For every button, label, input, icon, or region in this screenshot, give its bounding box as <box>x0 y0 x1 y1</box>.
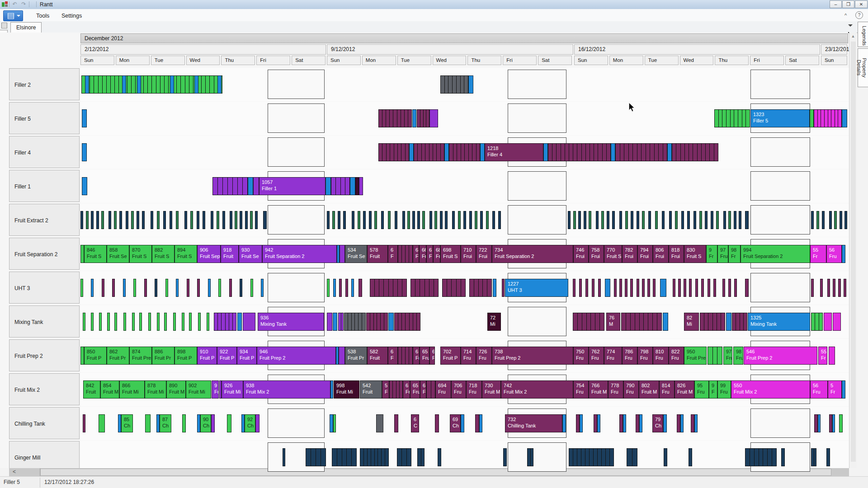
task-tick[interactable] <box>86 211 89 229</box>
task-bar[interactable]: 98Fru <box>733 347 743 365</box>
task-bar[interactable]: 902Fruit Mi <box>186 380 211 399</box>
task-tick[interactable] <box>573 279 576 297</box>
task-tick[interactable] <box>348 313 351 330</box>
task-bar[interactable] <box>339 347 345 365</box>
task-bar[interactable] <box>726 313 731 331</box>
task-cluster[interactable] <box>332 448 357 466</box>
task-tick[interactable] <box>431 381 435 398</box>
task-cluster[interactable] <box>664 448 669 466</box>
task-tick[interactable] <box>131 211 134 229</box>
task-bar[interactable] <box>355 177 359 195</box>
task-cluster[interactable] <box>397 448 411 466</box>
task-tick[interactable] <box>398 347 401 364</box>
task-tick[interactable] <box>745 211 749 229</box>
task-bar[interactable]: 862Fruit Pr <box>107 347 129 365</box>
task-bar[interactable] <box>145 414 151 432</box>
task-cluster[interactable] <box>417 109 429 127</box>
task-tick[interactable] <box>359 279 362 297</box>
task-tick[interactable] <box>374 313 377 330</box>
task-cluster[interactable] <box>211 211 225 229</box>
task-bar[interactable]: 710Frui <box>461 245 476 263</box>
task-bar[interactable] <box>562 414 566 432</box>
task-tick[interactable] <box>452 211 455 229</box>
task-bar[interactable] <box>248 177 253 195</box>
task-tick[interactable] <box>197 211 199 229</box>
task-bar[interactable]: 858Fruit Se <box>107 245 129 263</box>
horizontal-scrollbar[interactable]: < <box>9 468 849 476</box>
task-tick[interactable] <box>164 313 167 331</box>
task-bar[interactable]: 754Fru <box>573 380 589 399</box>
task-bar[interactable]: 6C <box>411 414 419 432</box>
task-bar[interactable] <box>444 143 449 161</box>
task-tick[interactable] <box>238 178 242 195</box>
task-bar[interactable] <box>829 347 835 365</box>
task-cluster[interactable] <box>615 143 667 161</box>
day-header-cell[interactable]: Sun <box>327 56 361 65</box>
task-tick[interactable] <box>433 144 436 161</box>
task-bar[interactable]: 85Ch <box>121 414 133 432</box>
task-tick[interactable] <box>182 313 184 331</box>
task-tick[interactable] <box>569 449 573 466</box>
collapse-ribbon-icon[interactable]: ^ <box>844 13 847 18</box>
task-bar[interactable] <box>83 414 85 432</box>
task-tick[interactable] <box>646 144 650 161</box>
task-tick[interactable] <box>189 313 192 331</box>
task-tick[interactable] <box>402 211 405 229</box>
task-tick[interactable] <box>594 144 598 161</box>
task-tick[interactable] <box>397 110 401 127</box>
task-tick[interactable] <box>811 279 814 297</box>
row-label[interactable]: Fruit Extract 2 <box>9 204 80 236</box>
task-tick[interactable] <box>664 448 667 466</box>
task-tick[interactable] <box>728 211 731 229</box>
task-bar[interactable]: 882Fruit S <box>152 245 175 263</box>
task-tick[interactable] <box>338 211 340 229</box>
task-tick[interactable] <box>637 144 642 161</box>
day-header-cell[interactable]: Wed <box>433 56 467 65</box>
task-cluster[interactable] <box>212 177 248 195</box>
task-tick[interactable] <box>838 279 841 297</box>
task-cluster[interactable] <box>83 313 110 331</box>
task-tick[interactable] <box>393 110 396 127</box>
task-tick[interactable] <box>503 448 507 466</box>
task-bar[interactable] <box>435 414 439 432</box>
task-tick[interactable] <box>441 144 444 161</box>
task-tick[interactable] <box>713 347 717 364</box>
undo-icon[interactable]: ↶ <box>11 1 19 8</box>
task-bar[interactable]: 694Fru <box>435 380 451 399</box>
task-tick[interactable] <box>112 279 115 297</box>
task-tick[interactable] <box>689 144 693 161</box>
task-tick[interactable] <box>379 279 383 296</box>
task-tick[interactable] <box>429 144 433 161</box>
task-tick[interactable] <box>420 279 424 296</box>
task-cluster[interactable] <box>366 313 388 331</box>
day-header-cell[interactable]: Mon <box>116 56 150 65</box>
task-bar[interactable]: 874Fruit Pre <box>129 347 152 365</box>
task-tick[interactable] <box>233 178 237 195</box>
task-tick[interactable] <box>629 144 633 161</box>
week-header-cell[interactable]: 9/12/2012 <box>327 44 573 55</box>
task-tick[interactable] <box>374 211 377 229</box>
task-bar[interactable] <box>99 414 105 432</box>
task-tick[interactable] <box>103 76 106 93</box>
task-bar[interactable]: 56Fru <box>810 380 828 399</box>
task-bar[interactable]: 97Fru <box>717 245 728 263</box>
task-bar[interactable]: 778Fru <box>608 380 623 399</box>
task-tick[interactable] <box>598 144 602 161</box>
task-tick[interactable] <box>142 211 145 229</box>
task-tick[interactable] <box>619 211 622 229</box>
task-tick[interactable] <box>115 76 118 93</box>
task-bar[interactable]: 1323Filler 5 <box>750 109 810 127</box>
task-bar[interactable] <box>842 109 847 127</box>
task-tick[interactable] <box>672 144 676 161</box>
task-tick[interactable] <box>156 76 160 93</box>
task-tick[interactable] <box>337 449 342 466</box>
task-tick[interactable] <box>331 178 335 195</box>
task-tick[interactable] <box>755 449 759 466</box>
task-cluster[interactable] <box>548 143 611 161</box>
task-bar[interactable]: 55Fr <box>810 245 826 263</box>
task-tick[interactable] <box>321 449 326 466</box>
task-bar[interactable]: 97Fru <box>723 347 732 365</box>
task-tick[interactable] <box>80 211 83 229</box>
task-tick[interactable] <box>102 279 104 297</box>
task-tick[interactable] <box>406 245 409 263</box>
